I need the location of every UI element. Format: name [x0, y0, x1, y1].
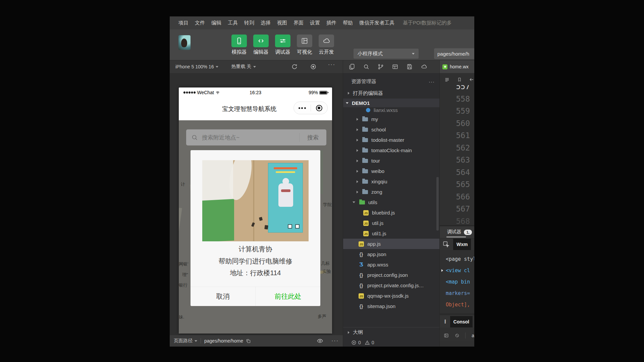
- signal-dots-icon: [183, 92, 196, 94]
- eye-icon[interactable]: [317, 338, 323, 344]
- more-options-icon[interactable]: ···: [331, 338, 339, 344]
- chevron-right-icon: [357, 180, 358, 183]
- open-editors-section[interactable]: 打开的编辑器: [343, 88, 439, 98]
- visualize-grid-button[interactable]: [297, 35, 312, 47]
- json-file-icon: {}: [359, 273, 364, 278]
- chevron-down-icon[interactable]: [195, 340, 197, 342]
- reload-icon[interactable]: [291, 63, 298, 70]
- toolbar-button-debugger-tune[interactable]: 调试器: [273, 35, 293, 55]
- menu-item-4[interactable]: 转到: [244, 20, 254, 26]
- tree-row-file[interactable]: JSutil.js: [343, 218, 439, 228]
- outline-list-icon[interactable]: [444, 76, 450, 83]
- toggle-panel-icon[interactable]: [444, 332, 449, 339]
- project-root-row[interactable]: DEMO1: [343, 99, 439, 107]
- cloud-icon[interactable]: [421, 63, 427, 70]
- kebab-menu-icon[interactable]: •••: [444, 320, 446, 324]
- menu-item-8[interactable]: 设置: [310, 20, 320, 26]
- warning-count: 0: [372, 340, 374, 345]
- capsule-menu: [293, 102, 328, 114]
- tree-row-folder[interactable]: zong: [343, 187, 439, 197]
- toolbar-button-editor-code[interactable]: 编辑器: [251, 35, 271, 55]
- files-icon[interactable]: [348, 63, 355, 70]
- more-menu-button[interactable]: [294, 107, 311, 109]
- tree-row-folder[interactable]: school: [343, 124, 439, 135]
- tab-debugger[interactable]: 调试器: [447, 229, 461, 236]
- tree-row-scrolled[interactable]: lianxi.wxss: [343, 106, 439, 114]
- tree-row-folder[interactable]: weibo: [343, 166, 439, 176]
- editor-code-button[interactable]: [253, 35, 269, 47]
- toolbar-button-cloud-dev[interactable]: 云开发: [316, 35, 336, 55]
- wxml-code-line: <view cl: [440, 265, 474, 276]
- tree-row-file[interactable]: JSutil1.js: [343, 228, 439, 239]
- tree-row-file[interactable]: JSqqmap-wx-jssdk.js: [343, 291, 439, 301]
- tree-row-folder[interactable]: tomatoClock-main: [343, 145, 439, 156]
- menu-item-2[interactable]: 编辑: [211, 20, 221, 26]
- js-file-icon: JS: [359, 241, 364, 247]
- git-branch-icon[interactable]: [377, 63, 384, 70]
- tree-row-file[interactable]: {}project.config.json: [343, 270, 439, 280]
- tree-row-file[interactable]: Ʒapp.wxss: [343, 259, 439, 270]
- search-icon[interactable]: [363, 63, 370, 70]
- cancel-button[interactable]: 取消: [191, 287, 256, 306]
- outline-section[interactable]: 大纲: [343, 327, 439, 337]
- goto-button[interactable]: 前往此处: [256, 287, 320, 306]
- save-icon[interactable]: [406, 63, 413, 70]
- simulator-bottom-bar: 页面路径 pages/home/home ···: [170, 335, 343, 347]
- menu-item-10[interactable]: 帮助: [343, 20, 353, 26]
- tree-row-folder[interactable]: xingqiu: [343, 176, 439, 187]
- page-path-label[interactable]: 页面路径: [174, 338, 193, 344]
- menu-item-11[interactable]: 微信开发者工具: [359, 20, 394, 26]
- menu-item-1[interactable]: 文件: [195, 20, 205, 26]
- avatar[interactable]: [178, 35, 191, 50]
- debugger-tune-button[interactable]: [275, 35, 290, 47]
- menu-item-9[interactable]: 插件: [326, 20, 336, 26]
- tree-row-file[interactable]: {}app.json: [343, 249, 439, 259]
- wifi-icon: [215, 90, 220, 95]
- menu-item-6[interactable]: 视图: [277, 20, 287, 26]
- outline-label: 大纲: [353, 329, 363, 336]
- bookmark-icon[interactable]: [457, 77, 462, 82]
- toolbar-button-simulator-phone[interactable]: 模拟器: [229, 35, 249, 55]
- scrollbar[interactable]: [436, 177, 439, 231]
- toolbar-button-visualize-grid[interactable]: 可视化: [294, 35, 315, 55]
- close-minibar-button[interactable]: [311, 105, 328, 111]
- copy-icon[interactable]: [246, 339, 251, 344]
- tree-row-folder[interactable]: todolist-master: [343, 135, 439, 145]
- tree-row-file[interactable]: {}project.private.config.js…: [343, 280, 439, 291]
- cloud-dev-button[interactable]: [319, 35, 334, 47]
- editor-code-icon: [257, 37, 265, 45]
- menu-item-0[interactable]: 项目: [178, 20, 189, 26]
- tree-row-file[interactable]: JSbluebird.js: [343, 207, 439, 218]
- editor-tab-home-wxml[interactable]: home.wx: [439, 60, 474, 73]
- window-grid-icon[interactable]: [392, 63, 398, 70]
- menu-item-3[interactable]: 工具: [228, 20, 238, 26]
- explorer-more-icon[interactable]: ···: [429, 79, 435, 84]
- clear-console-icon[interactable]: [455, 333, 459, 339]
- line-number: 561: [440, 129, 470, 142]
- inspect-element-icon[interactable]: [442, 241, 450, 248]
- hot-reload-toggle[interactable]: 热重载 关: [231, 64, 256, 70]
- device-selector[interactable]: iPhone 5 100% 16: [175, 64, 218, 69]
- tree-row-file[interactable]: {}sitemap.json: [343, 301, 439, 311]
- tree-row-file-selected[interactable]: JSapp.js: [343, 239, 439, 249]
- page-path-field[interactable]: pages/home/h: [434, 48, 474, 59]
- simulator-phone-button[interactable]: [231, 35, 247, 47]
- stop-record-icon[interactable]: [310, 63, 317, 70]
- chevron-right-icon[interactable]: [441, 269, 443, 272]
- menu-item-5[interactable]: 选择: [261, 20, 271, 26]
- tree-row-folder[interactable]: tour: [343, 156, 439, 166]
- tab-wxml[interactable]: Wxm: [453, 239, 471, 250]
- file-label: sitemap.json: [367, 303, 395, 309]
- menu-item-7[interactable]: 界面: [293, 20, 304, 26]
- more-options-icon[interactable]: ···: [328, 62, 335, 68]
- tree-row-folder[interactable]: my: [343, 114, 439, 124]
- folder-icon: [362, 169, 368, 173]
- poster-image: [268, 163, 303, 233]
- tree-row-folder-utils[interactable]: utils: [343, 197, 439, 207]
- mode-selector-dropdown[interactable]: 小程序模式: [353, 48, 419, 59]
- arrow-left-icon[interactable]: [469, 76, 474, 83]
- tab-console[interactable]: Consol: [450, 316, 473, 327]
- screen: 项目文件编辑工具转到选择视图界面设置插件帮助微信开发者工具 基于POI数据标记的…: [0, 0, 644, 362]
- code-text: <page styl: [446, 256, 474, 262]
- console-filter-partial[interactable]: a: [472, 333, 474, 338]
